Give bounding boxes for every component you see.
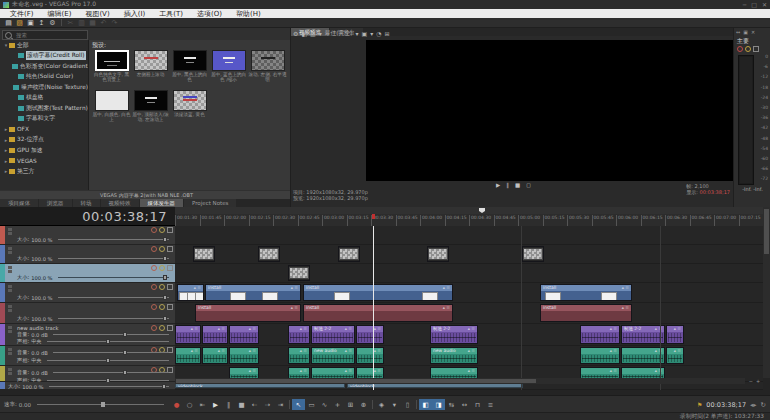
track-header[interactable]: 大小:100.0 % <box>0 283 175 303</box>
track-slider[interactable] <box>58 318 169 319</box>
tree-item[interactable]: 字幕和文字 <box>0 114 88 125</box>
previous-frame-icon[interactable]: ⇠ <box>248 399 261 410</box>
slider-handle[interactable] <box>106 358 110 363</box>
event-fx-icons[interactable]: ▴ ≡ <box>291 305 298 311</box>
track-slider[interactable] <box>47 380 170 381</box>
event-fx-icons[interactable]: ▴ ≡ <box>191 326 198 332</box>
track-header[interactable]: 音量:0.0 dB声相:中央 <box>0 366 175 382</box>
zoom-in-tool-icon[interactable]: + <box>331 399 344 410</box>
new-project-icon[interactable]: ▤ <box>3 19 14 27</box>
tree-item[interactable]: 滚动字幕(Credit Roll) <box>0 51 88 62</box>
preset-thumbnail[interactable] <box>134 50 168 71</box>
video-event[interactable]: install▴ ≡ <box>303 304 453 322</box>
preset-thumbnail[interactable] <box>134 90 168 111</box>
mute-icon[interactable] <box>737 46 743 52</box>
go-to-end-icon[interactable]: ⇥ <box>274 399 287 410</box>
track-slider[interactable] <box>47 341 170 342</box>
track-slider[interactable] <box>53 372 169 373</box>
split-screen-icon[interactable]: ◧ <box>301 30 307 37</box>
track-header[interactable]: 大小:100.0 % <box>0 245 175 264</box>
dock-tab[interactable]: 项目媒体 <box>0 199 38 207</box>
event-fx-icons[interactable]: ▴ ≡ <box>218 348 225 354</box>
event-fx-icons[interactable]: ▴ ≡ <box>345 368 352 374</box>
track-slider[interactable] <box>58 297 169 298</box>
generated-media-event[interactable] <box>427 246 449 262</box>
menu-item[interactable]: 选项(O) <box>190 9 229 19</box>
preset-item[interactable]: 居中, 白颜色, 白色上 <box>92 90 131 128</box>
normal-edit-tool-icon[interactable]: ↖ <box>292 399 305 410</box>
copy-icon[interactable]: ▥ <box>76 19 87 27</box>
tree-item[interactable]: 棋盘格 <box>0 93 88 104</box>
tree-item[interactable]: 噪声纹理(Noise Texture) <box>0 82 88 93</box>
preset-item[interactable]: 居中, 黑色上的白色 <box>170 50 209 88</box>
menu-item[interactable]: 工具(T) <box>152 9 190 19</box>
audio-event[interactable]: ▴ ≡ <box>288 347 310 364</box>
rate-slider[interactable] <box>37 404 164 405</box>
event-fx-icons[interactable]: ▴ ≡ <box>300 368 307 374</box>
timecode-arrow-icon[interactable]: ▸ <box>753 401 756 409</box>
search-box[interactable] <box>2 30 88 40</box>
menu-item[interactable]: 帮助(H) <box>229 9 268 19</box>
mute-solo-buttons[interactable] <box>151 265 173 271</box>
time-display-box[interactable]: 00:03:38;17 <box>0 207 175 226</box>
menu-item[interactable]: 文件(F) <box>3 9 41 19</box>
grid-icon[interactable]: ⊞ <box>384 30 389 37</box>
search-input[interactable] <box>14 31 87 39</box>
event-fx-icons[interactable]: ▴ ≡ <box>300 348 307 354</box>
track-header[interactable]: 大小:100.0 % <box>0 264 175 283</box>
preset-item[interactable]: 滚动, 左侧, 右半透明 <box>248 50 287 88</box>
audio-event[interactable]: ▴ ≡ <box>580 325 620 344</box>
tree-item[interactable]: ▸GPU 加速 <box>0 145 88 156</box>
current-timecode[interactable]: 00:03:38;17 <box>82 209 167 224</box>
audio-event[interactable]: ▴ ≡ <box>229 347 259 364</box>
track-header[interactable]: new audio track音量:0.0 dB声相:中央 <box>0 324 175 346</box>
audio-event[interactable]: ▴ ≡ <box>202 325 228 344</box>
open-icon[interactable]: ▨ <box>14 19 25 27</box>
dock-tab[interactable]: 浏览器 <box>39 199 72 207</box>
track-slider[interactable] <box>58 239 169 240</box>
overlay-icon[interactable]: ▥ <box>310 30 316 37</box>
track-slider[interactable] <box>53 352 169 353</box>
zoom-tool-icon[interactable]: ⊕ <box>357 399 370 410</box>
menu-item[interactable]: 编辑(E) <box>41 9 79 19</box>
event-fx-icons[interactable]: ▴ ≡ <box>374 326 381 332</box>
event-fx-icons[interactable]: ▴ ≡ <box>300 326 307 332</box>
video-event[interactable]: install▴ ≡ <box>205 284 301 301</box>
external-monitor-icon[interactable]: ▣ <box>361 30 367 37</box>
loop-icon[interactable]: ◔ <box>376 30 381 37</box>
track-header[interactable]: 大小:100.0 % <box>0 226 175 245</box>
horizontal-scrollbar[interactable] <box>175 378 745 384</box>
audio-event[interactable]: 制造 2-2▴ ≡ <box>311 325 355 344</box>
track-buttons[interactable] <box>5 264 14 282</box>
tree-item[interactable]: 测试图案(Test Pattern) <box>0 103 88 114</box>
menu-item[interactable]: 插入(I) <box>117 9 153 19</box>
video-event[interactable]: install▴ ≡ <box>540 304 632 322</box>
dropdown-caret-icon[interactable]: ▾ <box>370 30 373 37</box>
video-event[interactable]: ▴ ≡ <box>177 284 204 301</box>
audio-event[interactable]: new audio▴ ≡ <box>430 347 478 364</box>
tree-item[interactable]: ▸第三方 <box>0 166 88 177</box>
video-event[interactable]: install▴ ≡ <box>303 284 453 301</box>
event-fx-icons[interactable]: ▴ ≡ <box>374 368 381 374</box>
preset-item[interactable]: 居中, 蓝色上的白色 /缩小 <box>209 50 248 88</box>
playhead-marker[interactable] <box>479 208 485 213</box>
slider-handle[interactable] <box>123 332 127 337</box>
more-icon[interactable]: ≡ <box>484 399 497 410</box>
dock-tab[interactable]: Project Notes <box>184 199 236 207</box>
preview-settings-icon[interactable]: ⚙ <box>293 30 298 37</box>
audio-event[interactable]: ▴ ≡ <box>175 347 201 364</box>
event-fx-icons[interactable]: ▴ ≡ <box>194 285 201 291</box>
envelope-tool-icon[interactable]: ∿ <box>318 399 331 410</box>
event-fx-icons[interactable]: ▴ ≡ <box>610 326 617 332</box>
loop-playback-icon[interactable]: ○ <box>183 399 196 410</box>
event-fx-icons[interactable]: ▴ ≡ <box>443 305 450 311</box>
audio-event[interactable]: ▴ ≡ <box>229 325 259 344</box>
slider-handle[interactable] <box>123 370 127 375</box>
preset-thumbnail[interactable] <box>173 50 207 71</box>
ignore-grouping-icon[interactable]: ⊓ <box>471 399 484 410</box>
audio-event[interactable]: 制造 2-2▴ ≡ <box>621 325 665 344</box>
track-header[interactable]: 大小:100.0 % <box>0 303 175 324</box>
preset-item[interactable]: 白色纯色文字, 黑色背景上 <box>92 50 131 88</box>
mute-solo-buttons[interactable] <box>151 246 173 252</box>
track-buttons[interactable] <box>5 283 14 302</box>
